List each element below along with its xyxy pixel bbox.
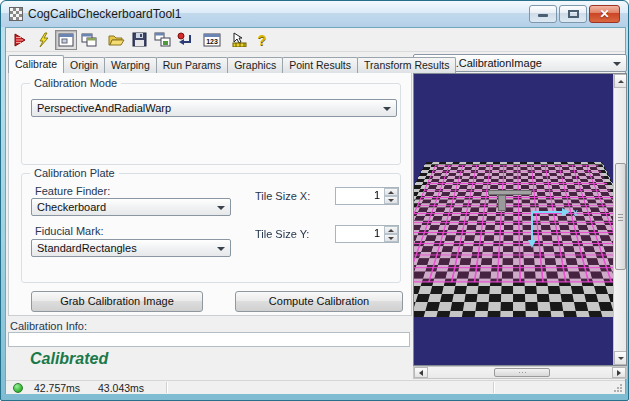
tile-size-y-input[interactable] — [336, 227, 382, 239]
horizontal-scroll-thumb[interactable] — [494, 368, 550, 377]
scroll-up-button[interactable] — [614, 74, 627, 88]
spin-up-button[interactable] — [384, 188, 398, 196]
tile-size-x-input[interactable] — [336, 189, 382, 201]
axis-x-label: x — [573, 207, 578, 218]
tile-size-x-stepper[interactable] — [335, 187, 399, 205]
tab-graphics[interactable]: Graphics — [227, 57, 283, 73]
copy-windows-icon — [154, 32, 171, 47]
run-button[interactable] — [9, 30, 31, 50]
spin-down-button[interactable] — [384, 196, 398, 204]
feature-finder-value: Checkerboard — [37, 201, 106, 213]
scroll-down-button[interactable] — [614, 351, 627, 365]
help-button[interactable]: ? — [251, 30, 273, 50]
calibration-mode-groupbox: Calibration Mode — [21, 83, 401, 165]
reset-button[interactable] — [174, 30, 196, 50]
tab-point-results[interactable]: Point Results — [282, 57, 358, 73]
calibrate-tab-page: Calibration Mode PerspectiveAndRadialWar… — [8, 72, 412, 316]
status-separator — [493, 382, 494, 393]
total-time-value: 43.043ms — [98, 382, 144, 394]
scroll-right-icon — [617, 370, 621, 376]
close-button[interactable]: ✕ — [589, 5, 620, 23]
calibration-result-text: Calibrated — [30, 350, 108, 368]
tab-transform-results[interactable]: Transform Results — [357, 57, 456, 73]
spin-up-icon — [388, 229, 394, 232]
client-area: 123 ? Calibrate Origin Warping Run Pa — [5, 27, 626, 394]
window-title: CogCalibCheckerboardTool1 — [28, 7, 181, 21]
status-bar: 42.757ms 43.043ms — [6, 380, 625, 394]
compute-calibration-button[interactable]: Compute Calibration — [235, 291, 403, 312]
tile-size-y-label: Tile Size Y: — [255, 228, 309, 240]
feature-finder-combo[interactable]: Checkerboard — [31, 198, 231, 216]
toolbar: 123 ? — [6, 28, 625, 52]
open-folder-icon — [108, 33, 125, 47]
help-icon: ? — [258, 32, 267, 48]
electric-run-button[interactable] — [32, 30, 54, 50]
maximize-icon — [568, 10, 579, 18]
spin-down-icon — [388, 237, 394, 240]
horizontal-scrollbar[interactable] — [413, 366, 627, 379]
minimize-button[interactable] — [529, 5, 557, 23]
checkerboard-pattern — [414, 162, 613, 317]
lightning-icon — [35, 32, 51, 48]
axis-marker: x — [528, 202, 580, 252]
tile-size-x-spin-buttons — [384, 188, 398, 204]
tab-origin[interactable]: Origin — [63, 57, 105, 73]
vertical-scroll-thumb[interactable] — [615, 163, 626, 270]
tab-warping[interactable]: Warping — [104, 57, 157, 73]
maximize-button[interactable] — [559, 5, 587, 23]
title-bar[interactable]: CogCalibCheckerboardTool1 ✕ — [1, 1, 628, 27]
cursor-ruler-icon — [231, 32, 247, 47]
image-display[interactable]: x — [413, 73, 627, 366]
thumb-grip-icon — [618, 217, 623, 218]
checkerboard-app-icon — [9, 7, 23, 21]
run-time-value: 42.757ms — [34, 382, 80, 394]
calc-123-label: 123 — [206, 38, 218, 45]
fiducial-t-mark-vertical — [498, 195, 506, 211]
status-led-icon — [13, 383, 23, 393]
chevron-down-icon — [383, 107, 391, 111]
fiducial-mark-combo[interactable]: StandardRectangles — [31, 239, 231, 257]
open-file-button[interactable] — [105, 30, 127, 50]
spin-up-button[interactable] — [384, 226, 398, 234]
thumb-grip-icon — [522, 372, 523, 373]
cascade-windows-icon — [81, 33, 97, 47]
calibration-info-label: Calibration Info: — [10, 320, 87, 332]
spin-up-icon — [388, 191, 394, 194]
spin-down-icon — [388, 199, 394, 202]
position-tool-button[interactable] — [228, 30, 250, 50]
save-file-button[interactable] — [128, 30, 150, 50]
float-windows-button[interactable] — [78, 30, 100, 50]
feature-finder-label: Feature Finder: — [35, 185, 110, 197]
grab-calibration-image-button[interactable]: Grab Calibration Image — [31, 291, 203, 312]
save-icon — [132, 32, 147, 47]
show-image-window-button[interactable] — [55, 30, 77, 50]
run-icon — [12, 32, 28, 48]
copy-results-button[interactable] — [151, 30, 173, 50]
scroll-right-button[interactable] — [612, 367, 626, 378]
spin-down-button[interactable] — [384, 234, 398, 242]
app-window: CogCalibCheckerboardTool1 ✕ — [0, 0, 629, 401]
scroll-up-icon — [618, 80, 624, 83]
image-window-icon — [58, 33, 74, 47]
scroll-down-icon — [618, 357, 624, 360]
fiducial-mark-value: StandardRectangles — [37, 242, 137, 254]
tab-strip: Calibrate Origin Warping Run Params Grap… — [8, 55, 455, 73]
tile-size-y-stepper[interactable] — [335, 225, 399, 243]
scroll-left-button[interactable] — [414, 367, 428, 378]
reset-arrow-icon — [177, 32, 193, 47]
calibration-overlay-grid — [414, 165, 613, 283]
numeric-results-button[interactable]: 123 — [201, 30, 223, 50]
calibration-info-input[interactable] — [8, 332, 410, 347]
vertical-scrollbar[interactable] — [613, 74, 626, 365]
calibration-mode-caption: Calibration Mode — [30, 77, 121, 89]
chevron-down-icon — [613, 62, 621, 66]
fiducial-mark-label: Fiducial Mark: — [35, 225, 103, 237]
calibration-image: x — [414, 74, 613, 365]
tab-calibrate[interactable]: Calibrate — [8, 55, 64, 73]
scroll-left-icon — [419, 370, 423, 376]
minimize-icon — [538, 14, 548, 17]
resize-grip[interactable] — [613, 383, 623, 393]
chevron-down-icon — [217, 247, 225, 251]
calibration-mode-combo[interactable]: PerspectiveAndRadialWarp — [31, 99, 397, 117]
tab-run-params[interactable]: Run Params — [156, 57, 228, 73]
